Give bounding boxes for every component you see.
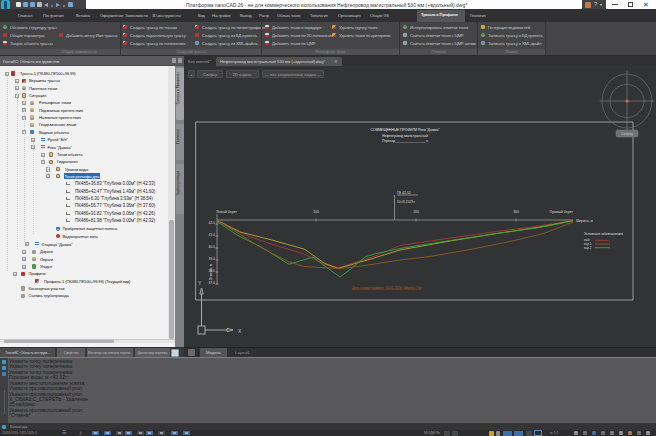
svg-text:41.0: 41.0 xyxy=(208,233,215,237)
svg-text:вар.2: вар.2 xyxy=(584,246,592,250)
svg-text:Правый берег: Правый берег xyxy=(550,210,574,214)
svg-text:X: X xyxy=(238,328,242,334)
svg-text:40.0: 40.0 xyxy=(208,245,215,249)
svg-text:Условные обозначения: Условные обозначения xyxy=(584,232,623,236)
svg-text:39.0: 39.0 xyxy=(208,257,215,261)
svg-text:Y: Y xyxy=(198,280,202,286)
svg-text:42.0: 42.0 xyxy=(208,221,215,225)
svg-text:Ширина, м: Ширина, м xyxy=(576,219,593,223)
svg-text:200: 200 xyxy=(413,210,419,214)
svg-text:Дата съемки профиля: 10.05.202: Дата съемки профиля: 10.05.2023г. Ширина… xyxy=(352,286,421,290)
svg-text:Сверху: Сверху xyxy=(621,132,633,136)
svg-text:СОВМЕЩЕННЫЕ ПРОФИЛИ Реки "Дымк: СОВМЕЩЕННЫЕ ПРОФИЛИ Реки "Дымка" xyxy=(371,128,441,132)
svg-text:Переход ________________ х: Переход ________________ х xyxy=(382,139,428,143)
svg-text:100: 100 xyxy=(313,210,319,214)
svg-text:300: 300 xyxy=(513,210,519,214)
svg-text:Нефтепровод магистральный: Нефтепровод магистральный xyxy=(382,134,428,138)
svg-text:38.0: 38.0 xyxy=(208,269,215,273)
svg-text:37.0: 37.0 xyxy=(208,281,215,285)
svg-text:ГВ 42.32: ГВ 42.32 xyxy=(397,191,411,195)
svg-text:10.05.2023 г.: 10.05.2023 г. xyxy=(397,200,416,204)
svg-text:Левый берег: Левый берег xyxy=(216,210,238,214)
